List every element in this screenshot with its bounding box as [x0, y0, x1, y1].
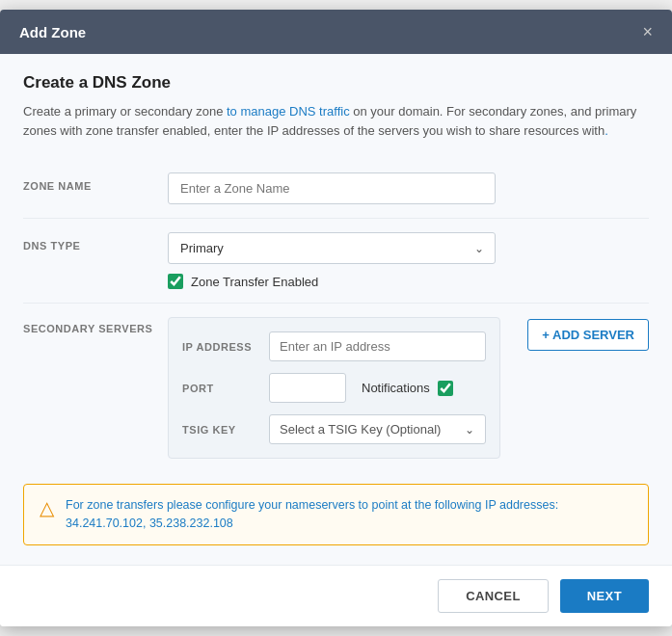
next-button[interactable]: NEXT — [560, 579, 649, 613]
dns-type-select-wrap: Primary Secondary ⌄ — [168, 232, 496, 264]
zone-transfer-checkbox[interactable] — [168, 274, 183, 289]
ip-address-input[interactable] — [269, 331, 486, 361]
add-zone-modal: Add Zone × Create a DNS Zone Create a pr… — [0, 10, 672, 626]
warning-ips: 34.241.70.102, 35.238.232.108 — [66, 517, 233, 530]
manage-dns-link[interactable]: to manage DNS traffic — [227, 104, 350, 119]
modal-header: Add Zone × — [0, 10, 672, 54]
secondary-servers-label: SECONDARY SERVERS — [23, 317, 168, 334]
tsig-key-select[interactable]: Select a TSIG Key (Optional) — [269, 414, 486, 444]
notifications-wrap: Notifications — [362, 381, 453, 396]
warning-icon: △ — [40, 498, 54, 517]
add-server-button[interactable]: + ADD SERVER — [527, 319, 649, 351]
tsig-select-wrap: Select a TSIG Key (Optional) ⌄ — [269, 414, 486, 444]
description-text: Create a primary or secondary zone to ma… — [23, 102, 649, 140]
dns-type-select[interactable]: Primary Secondary — [168, 232, 496, 264]
notifications-checkbox[interactable] — [438, 381, 453, 396]
port-label: PORT — [182, 383, 269, 394]
modal-title: Add Zone — [19, 24, 86, 40]
close-icon[interactable]: × — [642, 23, 653, 40]
zone-name-input[interactable] — [168, 172, 496, 204]
warning-text: For zone transfers please configure your… — [66, 496, 632, 533]
dns-type-wrap: Primary Secondary ⌄ Zone Transfer Enable… — [168, 232, 649, 289]
zone-transfer-row: Zone Transfer Enabled — [168, 274, 649, 289]
secondary-servers-form: IP ADDRESS PORT Notifications — [168, 317, 500, 459]
tsig-key-label: TSIG KEY — [182, 424, 269, 436]
modal-footer: CANCEL NEXT — [0, 565, 672, 626]
zone-name-row: ZONE NAME — [23, 159, 649, 219]
secondary-servers-row: SECONDARY SERVERS IP ADDRESS PORT Notifi… — [23, 304, 649, 472]
modal-body: Create a DNS Zone Create a primary or se… — [0, 54, 672, 565]
ip-address-label: IP ADDRESS — [182, 341, 269, 353]
section-heading: Create a DNS Zone — [23, 73, 649, 93]
notifications-label: Notifications — [362, 381, 430, 395]
tsig-key-row: TSIG KEY Select a TSIG Key (Optional) ⌄ — [182, 414, 486, 444]
warning-box: △ For zone transfers please configure yo… — [23, 484, 649, 545]
port-row: PORT Notifications — [182, 373, 486, 403]
description-link2[interactable]: . — [605, 123, 608, 138]
zone-name-wrap — [168, 172, 649, 204]
cancel-button[interactable]: CANCEL — [438, 579, 549, 613]
dns-type-label: DNS TYPE — [23, 232, 168, 252]
dns-type-row: DNS TYPE Primary Secondary ⌄ Zone Transf… — [23, 219, 649, 304]
zone-transfer-label[interactable]: Zone Transfer Enabled — [191, 275, 318, 289]
ip-address-row: IP ADDRESS — [182, 331, 486, 361]
port-input[interactable] — [269, 373, 346, 403]
zone-name-label: ZONE NAME — [23, 172, 168, 192]
